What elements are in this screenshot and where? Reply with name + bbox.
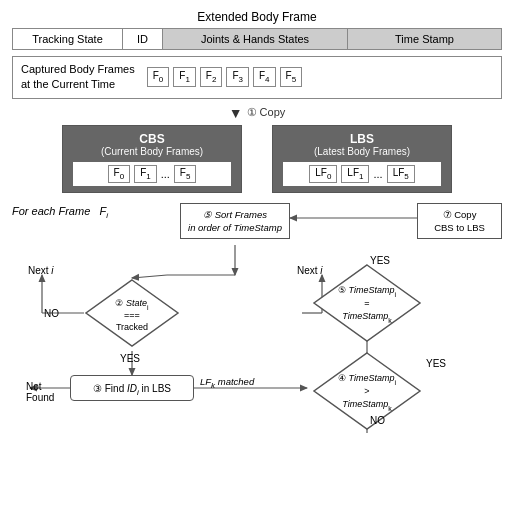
header-tracking: Tracking State [13,29,123,49]
captured-row: Captured Body Frames at the Current Time… [12,56,502,99]
lbs-lf0: LF0 [309,165,337,183]
copy-label: ① Copy [247,106,286,119]
not-found-label: NotFound [26,381,54,403]
diamond-timestamp-gt: ④ TimeStampi > TimeStampk [312,351,422,431]
lbs-frames: LF0 LF1 ... LF5 [283,162,441,186]
header-row: Tracking State ID Joints & Hands States … [12,28,502,50]
header-id: ID [123,29,163,49]
cbs-title: CBS [73,132,231,146]
cbs-lbs-row: CBS (Current Body Frames) F0 F1 ... F5 L… [12,125,502,193]
cbs-box: CBS (Current Body Frames) F0 F1 ... F5 [62,125,242,193]
svg-text:=: = [364,298,369,308]
lbs-lf5: LF5 [387,165,415,183]
frame-f0: F0 [147,67,170,87]
frame-f1: F1 [173,67,196,87]
page-title: Extended Body Frame [197,10,316,24]
frame-boxes: F0 F1 F2 F3 F4 F5 [147,67,302,87]
diamond-state-tracked: ② Statei === Tracked [84,278,180,348]
diamond-timestamp-eq: ⑤ TimeStampi = TimeStampk [312,263,422,343]
svg-text:===: === [124,310,140,320]
cbs-f0: F0 [108,165,131,183]
cbs-subtitle: (Current Body Frames) [73,146,231,157]
cbs-f1: F1 [134,165,157,183]
yes-label-down: YES [120,353,140,364]
cbs-ellipsis: ... [161,168,170,180]
frame-f2: F2 [200,67,223,87]
lbs-box: LBS (Latest Body Frames) LF0 LF1 ... LF5 [272,125,452,193]
arrow-down-icon: ▼ [229,105,243,121]
cbs-frames: F0 F1 ... F5 [73,162,231,186]
captured-label: Captured Body Frames at the Current Time [21,62,135,93]
svg-text:Tracked: Tracked [116,322,148,332]
no-label-left: NO [44,308,59,319]
header-joints: Joints & Hands States [163,29,348,49]
lbs-title: LBS [283,132,441,146]
svg-text:>: > [364,386,369,396]
lbs-subtitle: (Latest Body Frames) [283,146,441,157]
yes-label-top: YES [370,255,390,266]
copy-section: ▼ ① Copy [229,105,286,121]
next-i-left: Next i [28,265,54,276]
no-label-bottom: NO [370,415,385,426]
lf-matched-label: LFk matched [200,376,254,390]
lbs-lf1: LF1 [341,165,369,183]
frame-f3: F3 [226,67,249,87]
cbs-f5: F5 [174,165,197,183]
yes-label-right: YES [426,358,446,369]
lbs-ellipsis: ... [373,168,382,180]
find-id-box: ③ Find IDi in LBS [70,375,194,401]
frame-f5: F5 [280,67,303,87]
header-timestamp: Time Stamp [348,29,501,49]
frame-f4: F4 [253,67,276,87]
